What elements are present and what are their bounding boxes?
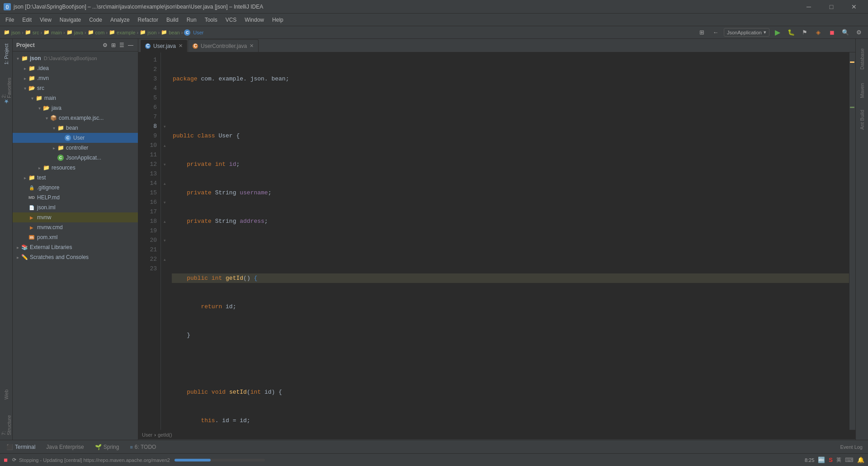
tree-test[interactable]: ▸ 📁 test xyxy=(13,173,138,183)
status-layout-icon[interactable]: 🔤 xyxy=(818,457,825,463)
breadcrumb-user[interactable]: C User xyxy=(184,29,203,36)
event-log-btn[interactable]: Event Log xyxy=(836,442,866,452)
gutter-10[interactable]: ▴ xyxy=(161,141,168,150)
tree-src[interactable]: ▾ 📂 src xyxy=(13,83,138,93)
breadcrumb-src[interactable]: 📁 src xyxy=(25,29,39,35)
panel-gear-icon[interactable]: ⚙ xyxy=(102,41,108,49)
breadcrumb-bean[interactable]: 📁 bean xyxy=(161,29,179,35)
tree-scratches[interactable]: ▸ ✏️ Scratches and Consoles xyxy=(13,252,138,262)
sidebar-tab-project[interactable]: 1: Project xyxy=(1,41,12,68)
search-button[interactable]: 🔍 xyxy=(840,27,851,38)
menu-file[interactable]: File xyxy=(2,15,18,25)
editor-scrollbar[interactable] xyxy=(849,52,855,430)
fold-20-icon[interactable]: ▾ xyxy=(164,238,166,243)
sidebar-tab-favorites[interactable]: ★ 2: Favorites xyxy=(1,78,12,105)
gutter-22[interactable]: ▴ xyxy=(161,254,168,264)
panel-settings-icon[interactable]: ☰ xyxy=(118,41,125,49)
tree-helpmd[interactable]: ▸ MD HELP.md xyxy=(13,193,138,202)
code-editor[interactable]: 1 2 3 4 5 6 7 8 9 10 11 12 13 14 15 16 1 xyxy=(138,52,855,430)
tree-jsonapp[interactable]: ▸ C JsonApplicat... xyxy=(13,153,138,163)
menu-edit[interactable]: Edit xyxy=(19,15,35,25)
tree-jsoniml[interactable]: ▸ 📄 json.iml xyxy=(13,202,138,212)
sidebar-tab-web[interactable]: Web xyxy=(1,381,12,408)
gutter-12[interactable]: ▾ xyxy=(161,160,168,169)
status-notification-icon[interactable]: 🔔 xyxy=(857,457,864,463)
menu-help[interactable]: Help xyxy=(269,15,287,25)
bottom-tab-java-enterprise[interactable]: Java Enterprise xyxy=(42,441,88,453)
breadcrumb-example[interactable]: 📁 example xyxy=(109,29,136,35)
fold-16-icon[interactable]: ▾ xyxy=(164,200,166,205)
tree-java[interactable]: ▾ 📂 java xyxy=(13,103,138,113)
panel-close-icon[interactable]: — xyxy=(127,41,134,49)
menu-view[interactable]: View xyxy=(36,15,55,25)
code-content[interactable]: package com. example. json. bean; public… xyxy=(168,52,849,430)
settings-button[interactable]: ⚙ xyxy=(854,27,864,38)
fold-18-icon[interactable]: ▴ xyxy=(164,219,166,224)
menu-refactor[interactable]: Refactor xyxy=(134,15,162,25)
menu-window[interactable]: Window xyxy=(241,15,268,25)
close-button[interactable]: ✕ xyxy=(844,0,864,14)
gutter-20[interactable]: ▾ xyxy=(161,235,168,245)
tree-gitignore[interactable]: ▸ 🔒 .gitignore xyxy=(13,183,138,193)
fold-14-icon[interactable]: ▴ xyxy=(164,181,166,186)
fold-12-icon[interactable]: ▾ xyxy=(164,162,166,167)
gutter-16[interactable]: ▾ xyxy=(161,198,168,207)
tree-root[interactable]: ▾ 📁 json D:\Java\SpringBoot\json xyxy=(13,53,138,63)
maximize-button[interactable]: □ xyxy=(821,0,842,14)
status-stop-icon[interactable]: ◼ xyxy=(4,457,8,463)
breadcrumb-java[interactable]: 📁 java xyxy=(66,29,83,35)
tree-bean[interactable]: ▾ 📁 bean xyxy=(13,123,138,133)
breadcrumb-com[interactable]: 📁 com xyxy=(88,29,105,35)
breadcrumb-json2[interactable]: 📁 json xyxy=(140,29,156,35)
tree-package[interactable]: ▾ 📦 com.example.jsc... xyxy=(13,113,138,123)
tree-idea[interactable]: ▸ 📁 .idea xyxy=(13,63,138,73)
tab-user-java[interactable]: C User.java ✕ xyxy=(140,39,188,52)
menu-code[interactable]: Code xyxy=(85,15,106,25)
breadcrumb-json[interactable]: 📁 json xyxy=(4,29,20,35)
coverage-button[interactable]: ⚑ xyxy=(799,27,810,38)
tree-main[interactable]: ▾ 📁 main xyxy=(13,93,138,103)
menu-vcs[interactable]: VCS xyxy=(222,15,241,25)
tree-user[interactable]: ▸ C User xyxy=(13,133,138,143)
right-tab-antbuild[interactable]: Ant Build xyxy=(858,104,867,136)
bottom-tab-todo[interactable]: ≡ 6: TODO xyxy=(125,441,160,453)
bottom-tab-spring[interactable]: 🌱 Spring xyxy=(90,441,124,453)
profile-button[interactable]: ◈ xyxy=(813,27,824,38)
right-tab-database[interactable]: Database xyxy=(858,41,867,77)
tab-user-java-close[interactable]: ✕ xyxy=(179,43,183,49)
tree-mvnwcmd[interactable]: ▸ ▶ mvnw.cmd xyxy=(13,222,138,232)
menu-analyze[interactable]: Analyze xyxy=(107,15,133,25)
breadcrumb-main[interactable]: 📁 main xyxy=(43,29,62,35)
run-button[interactable]: ▶ xyxy=(772,27,783,38)
tab-usercontroller-java[interactable]: C UserController.java ✕ xyxy=(188,39,259,52)
stop-button[interactable]: ◼ xyxy=(826,27,837,38)
gutter-18[interactable]: ▴ xyxy=(161,217,168,226)
tree-mvnw[interactable]: ▸ ▶ mvnw xyxy=(13,212,138,222)
panel-layout-icon[interactable]: ⊞ xyxy=(110,41,117,49)
tree-controller[interactable]: ▸ 📁 controller xyxy=(13,143,138,153)
gutter-14[interactable]: ▴ xyxy=(161,179,168,188)
minimize-button[interactable]: ─ xyxy=(798,0,819,14)
fold-8-icon[interactable]: ▾ xyxy=(164,124,166,129)
right-tab-maven[interactable]: Maven xyxy=(858,77,867,104)
debug-button[interactable]: 🐛 xyxy=(786,27,797,38)
toolbar-layout-btn[interactable]: ⊞ xyxy=(697,27,708,38)
sidebar-tab-structure[interactable]: 7: Structure xyxy=(1,411,12,438)
fold-22-icon[interactable]: ▴ xyxy=(164,257,166,262)
gutter-8[interactable]: ▾ xyxy=(161,122,168,131)
toolbar-back-btn[interactable]: ← xyxy=(710,27,721,38)
menu-build[interactable]: Build xyxy=(163,15,182,25)
status-keyboard-icon[interactable]: ⌨ xyxy=(845,457,854,463)
tree-ext-libs[interactable]: ▸ 📚 External Libraries xyxy=(13,242,138,252)
menu-run[interactable]: Run xyxy=(183,15,200,25)
tree-pomxml[interactable]: ▸ m pom.xml xyxy=(13,232,138,242)
tree-mvn[interactable]: ▸ 📁 .mvn xyxy=(13,73,138,83)
fold-10-icon[interactable]: ▴ xyxy=(164,143,166,148)
tree-resources[interactable]: ▸ 📁 resources xyxy=(13,163,138,173)
menu-navigate[interactable]: Navigate xyxy=(56,15,85,25)
app-selector[interactable]: JsonApplication ▾ xyxy=(724,28,769,37)
menu-tools[interactable]: Tools xyxy=(201,15,221,25)
bottom-tab-terminal[interactable]: ⬛ Terminal xyxy=(2,441,40,453)
tab-usercontroller-java-close[interactable]: ✕ xyxy=(250,43,254,49)
gitignore-icon: 🔒 xyxy=(28,184,35,191)
